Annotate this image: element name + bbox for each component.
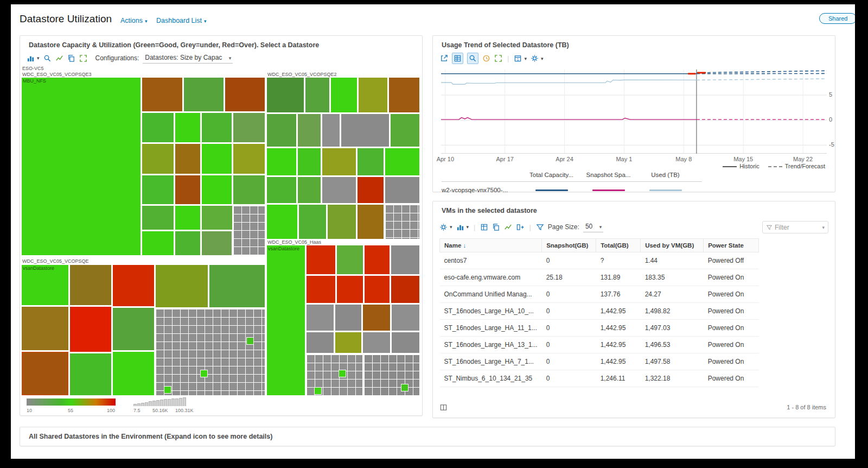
treemap-tile[interactable] (175, 231, 201, 256)
column-header[interactable]: Power State (704, 239, 759, 252)
treemap-tile[interactable] (175, 143, 201, 174)
treemap-tile[interactable] (297, 176, 321, 204)
treemap-tile[interactable] (112, 351, 155, 396)
treemap-tile[interactable] (391, 304, 420, 331)
treemap-tile[interactable] (225, 77, 265, 112)
shared-datastores-widget[interactable]: All Shared Datastores in the Environment… (20, 427, 835, 446)
treemap-tile[interactable] (155, 264, 208, 308)
treemap-tile[interactable] (298, 204, 327, 239)
dashboard-list-menu[interactable]: Dashboard List▾ (156, 17, 207, 24)
treemap-tile[interactable] (112, 264, 155, 307)
treemap-tile[interactable] (69, 353, 112, 396)
column-header[interactable]: Snapshot(GB) (542, 239, 596, 252)
table-row[interactable]: eso-cafe.eng.vmware.com25.18131.89183.35… (440, 269, 759, 286)
treemap-tile[interactable] (362, 304, 391, 331)
treemap-tile[interactable] (306, 304, 334, 331)
treemap-tile[interactable] (357, 204, 384, 239)
table-row[interactable]: ST_16nodes_Large_HA_10_...01,442.951,498… (440, 303, 759, 320)
treemap-tile[interactable] (322, 148, 356, 176)
configurations-dropdown[interactable]: Datastores: Size by Capac▾ (143, 53, 233, 64)
treemap-tile[interactable] (330, 77, 358, 113)
treemap-tile[interactable] (200, 370, 208, 377)
treemap-tile[interactable] (357, 176, 384, 204)
treemap-tile[interactable] (391, 245, 420, 275)
treemap-tile[interactable] (335, 304, 362, 331)
treemap-tile[interactable] (201, 175, 232, 205)
table-row[interactable]: centos70?1.44Powered Off (440, 252, 759, 269)
settings-icon[interactable]: ▾ (531, 54, 544, 62)
treemap-tile[interactable] (341, 113, 390, 147)
treemap-tile[interactable] (69, 306, 112, 352)
column-header[interactable]: Used by VM(GB) (641, 239, 704, 252)
treemap-tile[interactable] (142, 205, 174, 230)
column-selector-icon[interactable] (439, 402, 448, 412)
treemap-tile[interactable] (362, 332, 391, 353)
treemap-tile[interactable] (142, 112, 174, 143)
treemap-tile[interactable] (246, 337, 254, 345)
treemap-tile[interactable] (266, 176, 297, 204)
treemap-tile[interactable] (327, 204, 356, 239)
treemap-tile[interactable] (336, 275, 363, 303)
trend-chart[interactable] (441, 69, 827, 154)
treemap-tile[interactable]: MBU_NFS (21, 77, 141, 256)
treemap-tile[interactable] (306, 332, 334, 353)
treemap-tile[interactable] (306, 245, 336, 275)
treemap-tile[interactable] (314, 387, 322, 395)
treemap-tile[interactable] (201, 205, 233, 230)
table-row[interactable]: ST_16nodes_Large_HA_7_1...01,442.951,497… (440, 353, 759, 370)
treemap-tile[interactable] (155, 308, 265, 396)
treemap-tile[interactable] (322, 176, 356, 204)
zoom-toggle[interactable] (467, 53, 478, 64)
zoom-icon[interactable] (43, 54, 52, 62)
actions-menu[interactable]: Actions▾ (120, 17, 148, 24)
treemap-tile[interactable] (21, 351, 69, 396)
treemap-tile[interactable] (385, 148, 420, 176)
treemap-tile[interactable] (175, 205, 201, 230)
treemap-tile[interactable] (209, 264, 265, 308)
column-header[interactable]: Total(GB) (596, 239, 641, 252)
treemap-tile[interactable] (164, 386, 171, 394)
treemap-tile[interactable] (322, 113, 340, 147)
treemap-tile[interactable] (266, 148, 297, 176)
treemap-tile[interactable] (385, 204, 420, 239)
treemap-tile[interactable] (183, 77, 224, 112)
treemap-tile[interactable] (69, 264, 112, 306)
move-column-icon[interactable] (516, 223, 524, 231)
treemap-tile[interactable] (21, 306, 69, 351)
treemap-tile[interactable] (175, 175, 201, 205)
treemap-tile[interactable] (233, 175, 265, 205)
treemap-tile[interactable]: vsanDatastore (21, 264, 69, 306)
export-table-icon[interactable] (480, 223, 488, 231)
treemap-tile[interactable] (364, 275, 390, 303)
page-size-select[interactable]: 50▾ (583, 222, 603, 232)
chart-view-icon[interactable] (55, 54, 63, 62)
treemap-tile[interactable] (175, 112, 201, 143)
treemap-tile[interactable] (364, 245, 390, 275)
treemap-tile[interactable] (335, 332, 362, 353)
filter-input[interactable]: Filter ▾ (762, 221, 828, 233)
series-row-label[interactable]: w2-vcopsqe-vnx7500-... (442, 187, 523, 193)
history-icon[interactable] (482, 54, 490, 62)
display-options-icon[interactable]: ▾ (27, 54, 40, 62)
treemap-tile[interactable] (401, 384, 409, 391)
treemap-tile[interactable] (142, 175, 174, 205)
funnel-icon[interactable] (536, 223, 544, 231)
copy-icon[interactable] (67, 54, 75, 62)
copy-icon[interactable] (492, 223, 500, 231)
treemap-tile[interactable] (297, 113, 321, 147)
date-interval-icon[interactable]: 1▾ (514, 54, 527, 62)
data-grid-toggle[interactable] (452, 53, 463, 64)
table-row[interactable]: ST_16nodes_Large_HA_11_1...01,442.951,49… (440, 320, 759, 337)
treemap-tile[interactable] (201, 112, 232, 143)
gear-icon[interactable]: ▾ (439, 223, 452, 231)
treemap-tile[interactable] (390, 113, 420, 147)
expand-icon[interactable] (79, 54, 87, 62)
treemap-tile[interactable] (266, 77, 304, 113)
treemap-tile[interactable] (357, 148, 384, 176)
treemap-tile[interactable] (385, 176, 420, 204)
table-row[interactable]: ST_16nodes_Large_HA_13_1...01,442.951,49… (440, 337, 759, 353)
treemap-tile[interactable] (391, 275, 420, 303)
treemap-tile[interactable] (297, 148, 321, 176)
treemap-tile[interactable] (306, 275, 336, 303)
treemap-tile[interactable] (363, 354, 420, 396)
